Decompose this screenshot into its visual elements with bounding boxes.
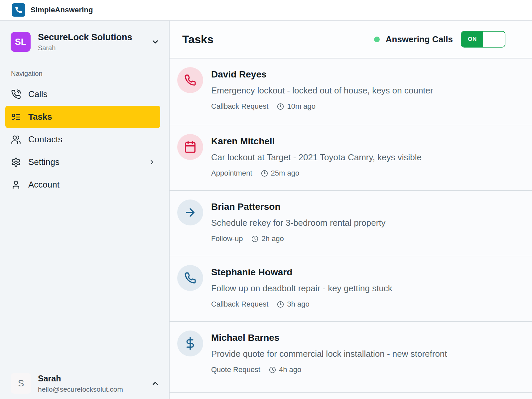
status-dot bbox=[374, 37, 380, 42]
task-name: David Reyes bbox=[211, 69, 433, 80]
sidebar-item-label: Contacts bbox=[28, 134, 63, 145]
phone-call-icon bbox=[11, 89, 21, 99]
task-type: Quote Request bbox=[211, 365, 260, 374]
answering-status: Answering Calls ON bbox=[374, 31, 505, 48]
task-list: David Reyes Emergency lockout - locked o… bbox=[170, 59, 532, 399]
task-time: 2h ago bbox=[261, 234, 284, 243]
clock-icon bbox=[269, 366, 276, 373]
chevron-right-icon bbox=[148, 159, 156, 166]
main-header: Tasks Answering Calls ON bbox=[170, 21, 532, 59]
toggle-on-segment: ON bbox=[462, 32, 483, 47]
calendar-icon bbox=[177, 134, 203, 160]
users-icon bbox=[11, 135, 21, 145]
task-name: Karen Mitchell bbox=[211, 136, 422, 147]
sidebar-item-label: Settings bbox=[28, 157, 60, 167]
answering-toggle[interactable]: ON bbox=[461, 31, 505, 48]
task-description: Car lockout at Target - 2021 Toyota Camr… bbox=[211, 152, 422, 163]
phone-icon bbox=[15, 6, 23, 14]
list-todo-icon bbox=[11, 112, 21, 122]
task-time: 3h ago bbox=[287, 300, 309, 309]
task-row[interactable]: Michael Barnes Provide quote for commerc… bbox=[170, 322, 532, 393]
task-name: Michael Barnes bbox=[211, 332, 447, 343]
task-row[interactable]: Stephanie Howard Follow up on deadbolt r… bbox=[170, 256, 532, 322]
task-name: Brian Patterson bbox=[211, 201, 386, 212]
sidebar-item-contacts[interactable]: Contacts bbox=[5, 128, 160, 151]
toggle-off-segment bbox=[483, 32, 505, 47]
dollar-sign-icon bbox=[177, 331, 203, 356]
task-type: Follow-up bbox=[211, 234, 243, 243]
app-title: SimpleAnswering bbox=[31, 6, 93, 14]
phone-icon bbox=[177, 67, 203, 93]
task-row[interactable]: Karen Mitchell Car lockout at Target - 2… bbox=[170, 125, 532, 191]
gear-icon bbox=[11, 157, 21, 167]
clock-icon bbox=[277, 103, 284, 110]
sidebar-item-settings[interactable]: Settings bbox=[5, 151, 160, 173]
sidebar-item-label: Calls bbox=[28, 89, 48, 99]
org-subtitle: Sarah bbox=[38, 44, 132, 52]
topbar: SimpleAnswering bbox=[0, 0, 532, 21]
task-name: Stephanie Howard bbox=[211, 267, 392, 278]
clock-icon bbox=[261, 170, 268, 177]
task-description: Follow up on deadbolt repair - key getti… bbox=[211, 283, 392, 294]
task-row[interactable]: Brian Patterson Schedule rekey for 3-bed… bbox=[170, 191, 532, 256]
sidebar-item-calls[interactable]: Calls bbox=[5, 83, 160, 105]
task-time: 10m ago bbox=[287, 102, 316, 111]
task-type: Callback Request bbox=[211, 300, 268, 309]
chevron-down-icon bbox=[151, 38, 160, 46]
clock-icon bbox=[251, 235, 258, 242]
main-panel: Tasks Answering Calls ON David Reyes bbox=[170, 21, 532, 399]
sidebar-item-tasks[interactable]: Tasks bbox=[5, 106, 160, 128]
org-avatar: SL bbox=[11, 32, 31, 52]
task-type: Appointment bbox=[211, 169, 252, 178]
sidebar-item-label: Account bbox=[28, 180, 60, 190]
task-description: Emergency lockout - locked out of house,… bbox=[211, 85, 433, 96]
sidebar: SL SecureLock Solutions Sarah Navigation… bbox=[0, 21, 170, 399]
task-description: Provide quote for commercial lock instal… bbox=[211, 349, 447, 359]
sidebar-item-label: Tasks bbox=[28, 112, 52, 122]
task-time: 4h ago bbox=[279, 365, 301, 374]
sidebar-nav: Calls Tasks Contacts bbox=[0, 83, 169, 196]
status-label: Answering Calls bbox=[386, 34, 453, 45]
chevron-up-icon bbox=[151, 379, 160, 388]
sidebar-item-account[interactable]: Account bbox=[5, 174, 160, 196]
nav-section-label: Navigation bbox=[11, 70, 169, 77]
task-description: Schedule rekey for 3-bedroom rental prop… bbox=[211, 218, 386, 228]
org-name: SecureLock Solutions bbox=[38, 32, 132, 43]
page-title: Tasks bbox=[182, 33, 213, 46]
task-type: Callback Request bbox=[211, 102, 268, 111]
clock-icon bbox=[277, 301, 284, 308]
phone-icon bbox=[177, 265, 203, 291]
org-switcher[interactable]: SL SecureLock Solutions Sarah bbox=[0, 32, 169, 52]
user-icon bbox=[11, 180, 21, 190]
task-time: 25m ago bbox=[271, 169, 300, 178]
arrow-right-icon bbox=[177, 200, 203, 225]
user-avatar: S bbox=[11, 373, 31, 394]
app-logo bbox=[12, 3, 25, 17]
task-row[interactable]: David Reyes Emergency lockout - locked o… bbox=[170, 59, 532, 125]
user-email: hello@securelocksolut.com bbox=[38, 385, 123, 393]
user-menu[interactable]: S Sarah hello@securelocksolut.com bbox=[0, 368, 169, 399]
user-name: Sarah bbox=[38, 374, 123, 383]
